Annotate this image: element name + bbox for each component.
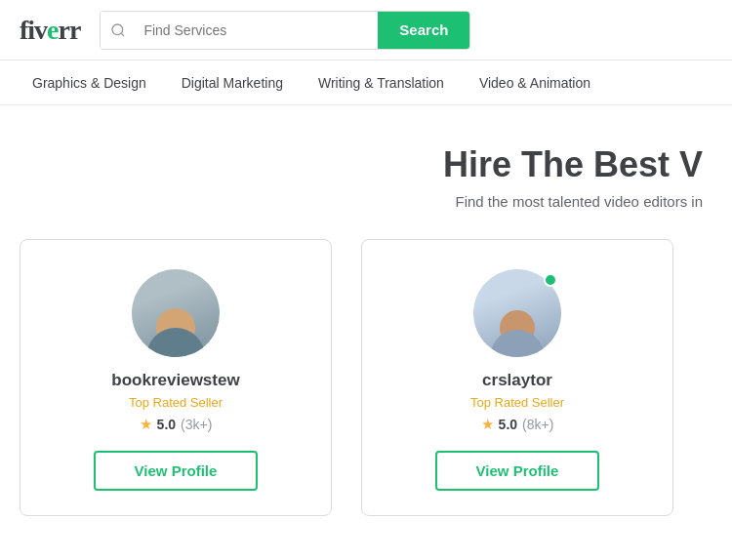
username-2: crslaytor [482, 371, 552, 390]
nav-item-graphics-design[interactable]: Graphics & Design [15, 60, 164, 105]
rating-row-2: ★ 5.0 (8k+) [481, 416, 554, 433]
rating-row-1: ★ 5.0 (3k+) [140, 416, 213, 433]
view-profile-button-2[interactable]: View Profile [435, 451, 600, 491]
search-bar: Search [100, 11, 470, 50]
search-input[interactable] [136, 12, 378, 49]
nav-item-digital-marketing[interactable]: Digital Marketing [164, 60, 301, 105]
rating-count-2: (8k+) [522, 417, 553, 432]
hero-subtitle: Find the most talented video editors in [20, 193, 703, 210]
online-indicator-2 [544, 273, 557, 287]
star-icon-2: ★ [481, 416, 494, 433]
rating-score-1: 5.0 [157, 417, 176, 432]
view-profile-button-1[interactable]: View Profile [94, 451, 259, 491]
star-icon-1: ★ [140, 416, 152, 433]
seller-card-crslaytor: crslaytor Top Rated Seller ★ 5.0 (8k+) V… [361, 239, 673, 516]
svg-line-1 [122, 33, 125, 36]
seller-cards-section: bookreviewstew Top Rated Seller ★ 5.0 (3… [0, 229, 732, 536]
seller-card-bookreviewstew: bookreviewstew Top Rated Seller ★ 5.0 (3… [20, 239, 332, 516]
hero-section: Hire The Best V Find the most talented v… [0, 105, 732, 229]
hero-title: Hire The Best V [20, 144, 703, 185]
category-nav: Graphics & Design Digital Marketing Writ… [0, 60, 732, 105]
header: fiverr Search [0, 0, 732, 60]
logo[interactable]: fiverr [20, 15, 80, 46]
svg-point-0 [112, 24, 123, 35]
avatar-wrap-1 [132, 269, 220, 357]
seller-badge-1: Top Rated Seller [129, 395, 223, 410]
seller-badge-2: Top Rated Seller [470, 395, 564, 410]
search-icon [101, 12, 136, 49]
rating-score-2: 5.0 [499, 417, 517, 432]
avatar-wrap-2 [473, 269, 561, 357]
search-button[interactable]: Search [378, 12, 469, 49]
nav-item-video-animation[interactable]: Video & Animation [462, 60, 608, 105]
avatar-bookreviewstew [132, 269, 220, 357]
nav-item-writing-translation[interactable]: Writing & Translation [301, 60, 462, 105]
rating-count-1: (3k+) [181, 417, 212, 432]
username-1: bookreviewstew [111, 371, 239, 390]
